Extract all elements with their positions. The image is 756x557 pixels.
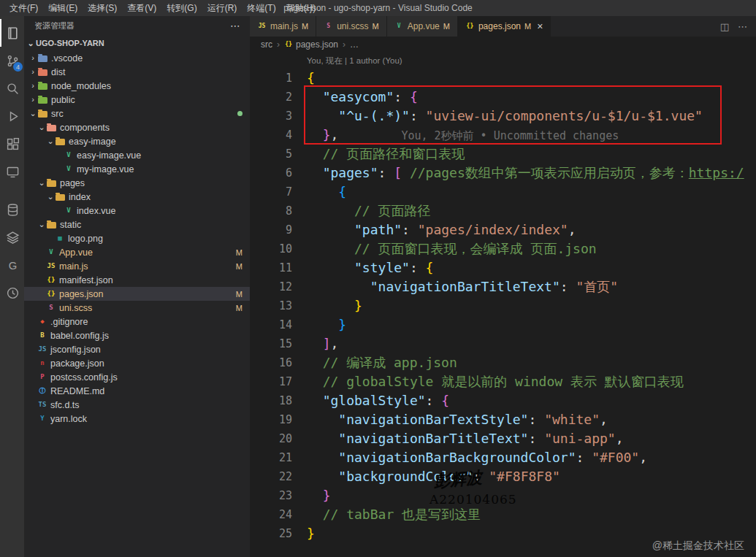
code-line[interactable]: 1{: [250, 69, 756, 88]
run-debug-icon[interactable]: [0, 102, 24, 130]
project-section-header[interactable]: ⌄ UGO-SHOP-YARN: [24, 35, 250, 51]
code-line-text: // 编译成 app.json: [292, 353, 457, 372]
menu-item[interactable]: 编辑(E): [43, 2, 83, 15]
editor-pane[interactable]: src›{}pages.json›… You, 现在 | 1 author (Y…: [250, 37, 756, 557]
layers-icon[interactable]: [0, 223, 24, 251]
more-actions-icon[interactable]: ⋯: [230, 20, 241, 31]
tree-item-label: index.vue: [77, 206, 116, 216]
tree-folder-pages[interactable]: ⌄pages: [24, 176, 250, 190]
tab-pages.json[interactable]: {}pages.jsonM×: [458, 16, 551, 37]
code-line[interactable]: 8 // 页面路径: [250, 201, 756, 220]
breadcrumb-item[interactable]: src: [261, 39, 272, 50]
code-line[interactable]: 6 "pages": [ //pages数组中第一项表示应用启动页，参考：htt…: [250, 164, 756, 183]
code-line[interactable]: 13 }: [250, 296, 756, 315]
code-line[interactable]: 16 // 编译成 app.json: [250, 353, 756, 372]
split-editor-icon[interactable]: ◫: [720, 21, 729, 32]
code-line[interactable]: 9 "path": "pages/index/index",: [250, 220, 756, 239]
code-line-text: "^u-(.*)": "uview-ui/components/u-$1/u-$…: [292, 107, 703, 126]
tree-file-babel.config.js[interactable]: Bbabel.config.js: [24, 329, 250, 342]
more-actions-icon[interactable]: ⋯: [738, 21, 747, 32]
tree-folder-public[interactable]: ›public: [24, 93, 250, 107]
timeline-icon[interactable]: [0, 279, 24, 307]
tree-folder-easy-image[interactable]: ⌄easy-image: [24, 134, 250, 148]
menu-item[interactable]: 查看(V): [122, 2, 161, 15]
tree-file-jsconfig.json[interactable]: JSjsconfig.json: [24, 342, 250, 356]
breadcrumb-item[interactable]: …: [350, 39, 359, 50]
tree-item-label: package.json: [50, 358, 104, 369]
code-line[interactable]: 11 "style": {: [250, 258, 756, 277]
tree-file-pages.json[interactable]: {}pages.jsonM: [24, 287, 250, 301]
tree-file-yarn.lock[interactable]: Yyarn.lock: [24, 412, 250, 426]
tree-item-label: pages.json: [59, 289, 103, 299]
codelens-annotation[interactable]: You, 现在 | 1 author (You): [250, 53, 756, 69]
tree-file-uni.scss[interactable]: Suni.scssM: [24, 301, 250, 315]
tree-folder-dist[interactable]: ›dist: [24, 65, 250, 79]
tree-file-my-image.vue[interactable]: Vmy-image.vue: [24, 162, 250, 176]
code-line-text: {: [292, 69, 315, 88]
code-line[interactable]: 10 // 页面窗口表现，会编译成 页面.json: [250, 239, 756, 258]
tree-folder-index[interactable]: ⌄index: [24, 190, 250, 204]
source-control-icon[interactable]: 4: [0, 47, 24, 74]
menu-item[interactable]: 运行(R): [202, 2, 243, 15]
tree-file-postcss.config.js[interactable]: Ppostcss.config.js: [24, 370, 250, 384]
code-line-text: // globalStyle 就是以前的 window 表示 默认窗口表现: [292, 372, 684, 391]
tree-file-sfc.d.ts[interactable]: TSsfc.d.ts: [24, 398, 250, 412]
tree-folder-.vscode[interactable]: ›.vscode: [24, 51, 250, 65]
folder-icon: [47, 222, 56, 228]
tab-bar: JSmain.jsMSuni.scssMVApp.vueM{}pages.jso…: [250, 16, 756, 37]
tree-folder-components[interactable]: ⌄components: [24, 120, 250, 134]
tab-App.vue[interactable]: VApp.vueM: [387, 16, 458, 37]
tree-folder-src[interactable]: ⌄src: [24, 107, 250, 120]
menu-item[interactable]: 终端(T): [242, 2, 280, 15]
tree-file-main.js[interactable]: JSmain.jsM: [24, 259, 250, 273]
tree-file-.gitignore[interactable]: ◆.gitignore: [24, 315, 250, 329]
code-line[interactable]: 19 "navigationBarTextStyle": "white",: [250, 410, 756, 429]
vscode-folder-icon: [38, 55, 47, 62]
menu-item[interactable]: 文件(F): [4, 2, 43, 15]
tree-file-App.vue[interactable]: VApp.vueM: [24, 245, 250, 259]
extensions-icon[interactable]: [0, 130, 24, 158]
code-line[interactable]: 2 "easycom": {: [250, 88, 756, 107]
tree-file-index.vue[interactable]: Vindex.vue: [24, 204, 250, 218]
menu-item[interactable]: 选择(S): [83, 2, 122, 15]
line-number: 9: [250, 220, 292, 239]
code-line[interactable]: 3 "^u-(.*)": "uview-ui/components/u-$1/u…: [250, 107, 756, 126]
line-number: 6: [250, 164, 292, 183]
code-lines: 1{2 "easycom": {3 "^u-(.*)": "uview-ui/c…: [250, 69, 756, 543]
tree-file-package.json[interactable]: npackage.json: [24, 356, 250, 370]
tree-file-logo.png[interactable]: ▦logo.png: [24, 231, 250, 245]
vue-file-icon: V: [64, 152, 74, 158]
tab-main.js[interactable]: JSmain.jsM: [250, 16, 316, 37]
tree-file-manifest.json[interactable]: {}manifest.json: [24, 273, 250, 287]
line-number: 11: [250, 258, 292, 277]
tree-folder-node_modules[interactable]: ›node_modules: [24, 79, 250, 93]
tree-row-decorations: M: [236, 290, 243, 299]
tab-label: App.vue: [408, 21, 440, 31]
remote-icon[interactable]: [0, 158, 24, 185]
code-line[interactable]: 15 ],: [250, 334, 756, 353]
code-line[interactable]: 4 },You, 2秒钟前 • Uncommitted changes: [250, 126, 756, 145]
code-line[interactable]: 20 "navigationBarTitleText": "uni-app",: [250, 429, 756, 448]
close-icon[interactable]: ×: [537, 21, 543, 31]
search-icon[interactable]: [0, 74, 24, 102]
code-line[interactable]: 5 // 页面路径和窗口表现: [250, 145, 756, 164]
code-line[interactable]: 22 "backgroundColor": "#F8F8F8": [250, 467, 756, 486]
git-file-icon: ◆: [37, 318, 47, 325]
gitlens-icon[interactable]: G: [0, 251, 24, 279]
database-icon[interactable]: [0, 196, 24, 223]
tree-file-README.md[interactable]: ⓘREADME.md: [24, 384, 250, 398]
code-line[interactable]: 17 // globalStyle 就是以前的 window 表示 默认窗口表现: [250, 372, 756, 391]
breadcrumb-item[interactable]: {}pages.json: [284, 39, 338, 50]
code-line[interactable]: 14 }: [250, 315, 756, 334]
tab-uni.scss[interactable]: Suni.scssM: [316, 16, 387, 37]
tree-row-decorations: M: [236, 262, 243, 271]
code-line[interactable]: 24 // tabBar 也是写到这里: [250, 505, 756, 524]
menu-item[interactable]: 转到(G): [161, 2, 202, 15]
code-line[interactable]: 18 "globalStyle": {: [250, 391, 756, 410]
explorer-icon[interactable]: [0, 19, 24, 47]
tree-file-easy-image.vue[interactable]: Veasy-image.vue: [24, 148, 250, 162]
code-line[interactable]: 12 "navigationBarTitleText": "首页": [250, 277, 756, 296]
code-line[interactable]: 7 {: [250, 183, 756, 201]
tree-folder-static[interactable]: ⌄static: [24, 218, 250, 231]
code-line[interactable]: 21 "navigationBarBackgroundColor": "#F00…: [250, 448, 756, 467]
